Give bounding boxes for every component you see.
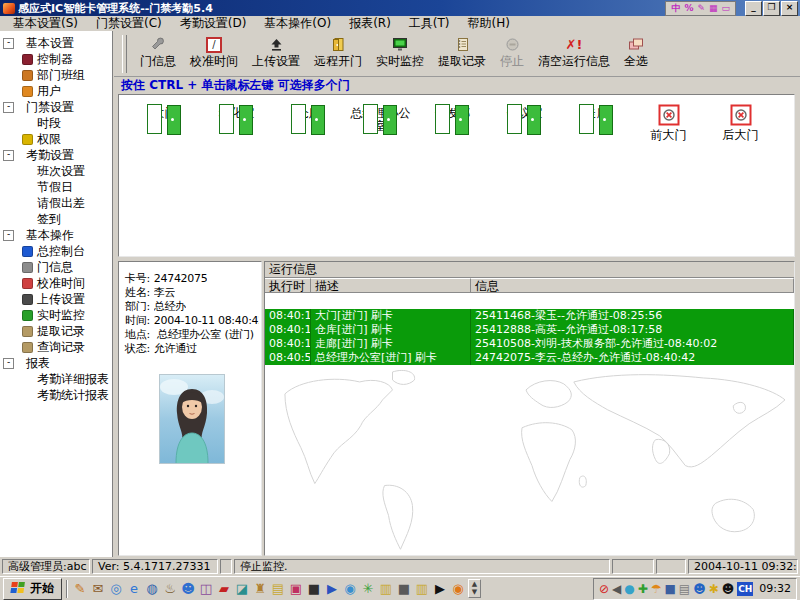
- menu-item[interactable]: 考勤设置(D): [171, 16, 256, 31]
- tree-item[interactable]: - 班次设置: [0, 163, 112, 179]
- quick-launch-icon[interactable]: ✉: [90, 580, 106, 597]
- door-item[interactable]: 仓库: [273, 104, 344, 120]
- tree-item[interactable]: - 校准时间: [0, 275, 112, 291]
- run-info-row[interactable]: [265, 293, 794, 309]
- toolbar-button-stop[interactable]: 停止: [493, 33, 531, 75]
- quick-launch-icon[interactable]: ✳: [360, 580, 376, 597]
- quick-launch-icon[interactable]: ♨: [162, 580, 178, 597]
- menu-item[interactable]: 基本设置(S): [4, 16, 87, 31]
- quick-launch-icon[interactable]: ◫: [198, 580, 214, 597]
- tray-icon[interactable]: ☻: [693, 581, 706, 597]
- ime-icon[interactable]: 中: [671, 3, 680, 14]
- tree-expand-icon[interactable]: -: [3, 150, 14, 161]
- tray-icon[interactable]: ☂: [651, 581, 662, 597]
- minimize-button[interactable]: _: [745, 1, 762, 16]
- quick-launch-icon[interactable]: ▶: [324, 580, 340, 597]
- tree-item[interactable]: - 签到: [0, 211, 112, 227]
- toolbar-button-remote-open-door[interactable]: 远程开门: [307, 33, 369, 75]
- quick-launch-icon[interactable]: ◉: [342, 580, 358, 597]
- door-item[interactable]: 开发部: [417, 104, 488, 120]
- quick-launch-icon[interactable]: ■: [306, 580, 322, 597]
- tray-icon[interactable]: ☻: [722, 581, 735, 597]
- tree-expand-icon[interactable]: -: [3, 102, 14, 113]
- quick-launch-scroll-buttons[interactable]: ▲▼: [468, 579, 481, 598]
- ime-icon[interactable]: ▦: [709, 3, 718, 14]
- toolbar-button-select-all[interactable]: 全选: [617, 33, 655, 75]
- tree-expand-icon[interactable]: -: [3, 358, 14, 369]
- quick-launch-icon[interactable]: ♜: [252, 580, 268, 597]
- tree-item[interactable]: - 控制器: [0, 51, 112, 67]
- tree-item[interactable]: - 总控制台: [0, 243, 112, 259]
- column-header-info[interactable]: 信息: [471, 278, 794, 293]
- quick-launch-icon[interactable]: ✎: [72, 580, 88, 597]
- tree-item[interactable]: - 用户: [0, 83, 112, 99]
- tray-icon[interactable]: ◀: [612, 581, 621, 597]
- quick-launch-icon[interactable]: ▶: [432, 580, 448, 597]
- quick-launch-icon[interactable]: ▰: [216, 580, 232, 597]
- menu-item[interactable]: 工具(T): [400, 16, 459, 31]
- tree-item[interactable]: - 考勤统计报表: [0, 387, 112, 403]
- tray-icon[interactable]: ●: [624, 581, 634, 597]
- door-item[interactable]: 大门: [129, 104, 200, 120]
- quick-launch-icon[interactable]: ▣: [288, 580, 304, 597]
- tray-icon[interactable]: ■: [665, 581, 676, 597]
- tray-icon[interactable]: ⊘: [599, 581, 609, 597]
- tree-item[interactable]: - 上传设置: [0, 291, 112, 307]
- ime-icon[interactable]: ✎: [697, 3, 705, 14]
- toolbar-button-extract-records[interactable]: 提取记录: [431, 33, 493, 75]
- menu-item[interactable]: 基本操作(O): [255, 16, 340, 31]
- tree-item[interactable]: - 基本设置: [0, 35, 112, 51]
- tree-item[interactable]: - 提取记录: [0, 323, 112, 339]
- quick-launch-icon[interactable]: ▥: [414, 580, 430, 597]
- column-header-time[interactable]: 执行时刻: [265, 278, 311, 293]
- quick-launch-icon[interactable]: ◎: [108, 580, 124, 597]
- quick-launch-icon[interactable]: ■: [396, 580, 412, 597]
- run-info-row[interactable]: 08:40:18 走廊[进门] 刷卡 25410508-刘明-技术服务部-允许通…: [265, 337, 794, 351]
- language-indicator[interactable]: CH: [737, 582, 753, 596]
- restore-button[interactable]: ❐: [763, 1, 780, 16]
- tree-item[interactable]: - 权限: [0, 131, 112, 147]
- menu-item[interactable]: 帮助(H): [459, 16, 519, 31]
- ime-icon[interactable]: ▭: [721, 3, 730, 14]
- tree-item[interactable]: - 考勤设置: [0, 147, 112, 163]
- tree-item[interactable]: - 时段: [0, 115, 112, 131]
- tree-item[interactable]: - 请假出差: [0, 195, 112, 211]
- toolbar-button-upload-settings[interactable]: 上传设置: [245, 33, 307, 75]
- tree-item[interactable]: - 节假日: [0, 179, 112, 195]
- toolbar-button-door-info[interactable]: 门信息: [133, 33, 183, 75]
- quick-launch-icon[interactable]: ▤: [270, 580, 286, 597]
- door-item[interactable]: 后大门: [705, 104, 776, 142]
- ime-icon[interactable]: %: [684, 3, 693, 14]
- quick-launch-icon[interactable]: e: [126, 580, 142, 597]
- tree-expand-icon[interactable]: -: [3, 230, 14, 241]
- door-item[interactable]: 老化室: [201, 104, 272, 120]
- tree-item[interactable]: - 查询记录: [0, 339, 112, 355]
- quick-launch-icon[interactable]: ◍: [144, 580, 160, 597]
- door-item[interactable]: 前大门: [633, 104, 704, 142]
- tree-expand-icon[interactable]: -: [3, 38, 14, 49]
- menu-item[interactable]: 门禁设置(C): [87, 16, 171, 31]
- door-item[interactable]: 总经理办公室: [345, 104, 416, 133]
- door-item[interactable]: 会议室: [489, 104, 560, 120]
- quick-launch-icon[interactable]: ◪: [234, 580, 250, 597]
- toolbar-button-clear-run-info[interactable]: ✗! 清空运行信息: [531, 33, 617, 75]
- column-header-description[interactable]: 描述: [311, 278, 471, 293]
- tree-item[interactable]: - 基本操作: [0, 227, 112, 243]
- run-info-row[interactable]: 08:40:52 总经理办公室[进门] 刷卡 24742075-李云-总经办-允…: [265, 351, 794, 365]
- tree-item[interactable]: - 门信息: [0, 259, 112, 275]
- run-info-row[interactable]: 08:40:17 大门[进门] 刷卡 25411468-梁玉--允许通过-08:…: [265, 309, 794, 323]
- tree-item[interactable]: - 门禁设置: [0, 99, 112, 115]
- quick-launch-icon[interactable]: ▥: [378, 580, 394, 597]
- toolbar-grip[interactable]: [122, 35, 127, 73]
- tray-icon[interactable]: ✚: [638, 581, 648, 597]
- tray-icon[interactable]: ✱: [709, 581, 719, 597]
- quick-launch-icon[interactable]: ◉: [450, 580, 466, 597]
- toolbar-button-calibrate-time[interactable]: / 校准时间: [183, 33, 245, 75]
- tree-item[interactable]: - 部门班组: [0, 67, 112, 83]
- door-item[interactable]: 走廊: [561, 104, 632, 120]
- tray-icon[interactable]: ▤: [679, 581, 690, 597]
- tree-item[interactable]: - 报表: [0, 355, 112, 371]
- run-info-row[interactable]: 08:40:18 仓库[进门] 刷卡 25412888-高英--允许通过-08:…: [265, 323, 794, 337]
- close-button[interactable]: ×: [781, 1, 798, 16]
- tree-item[interactable]: - 实时监控: [0, 307, 112, 323]
